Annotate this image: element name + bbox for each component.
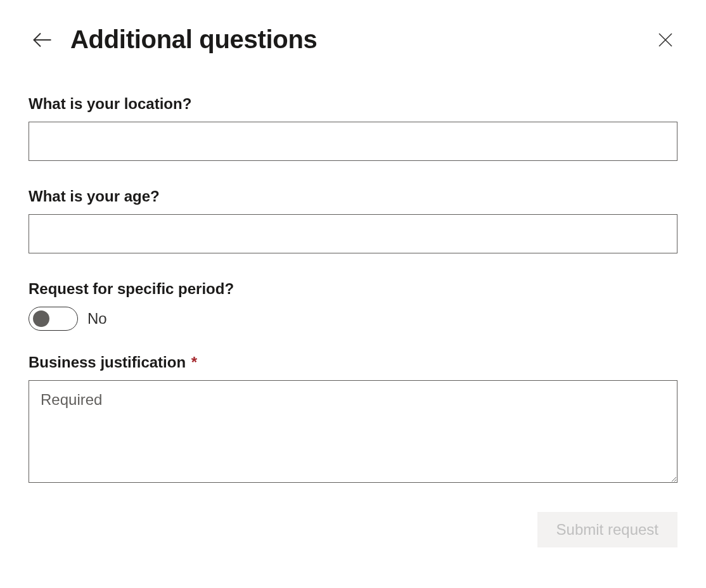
back-button[interactable]: [29, 26, 56, 54]
submit-button[interactable]: Submit request: [537, 512, 677, 547]
field-justification: Business justification *: [29, 354, 677, 485]
toggle-state-label: No: [87, 310, 107, 328]
close-button[interactable]: [653, 28, 677, 52]
label-justification-text: Business justification: [29, 354, 186, 371]
page-header: Additional questions: [29, 25, 677, 54]
page-title: Additional questions: [70, 25, 318, 54]
toggle-period[interactable]: [29, 307, 78, 331]
field-location: What is your location?: [29, 95, 677, 161]
required-indicator: *: [191, 354, 197, 371]
toggle-knob: [33, 310, 49, 327]
label-location: What is your location?: [29, 95, 677, 113]
toggle-row: No: [29, 307, 677, 331]
label-justification: Business justification *: [29, 354, 677, 371]
label-period: Request for specific period?: [29, 280, 677, 298]
actions-bar: Submit request: [29, 512, 677, 547]
header-left: Additional questions: [29, 25, 318, 54]
close-icon: [656, 30, 675, 49]
label-age: What is your age?: [29, 188, 677, 205]
input-age[interactable]: [29, 214, 677, 253]
arrow-left-icon: [31, 29, 54, 51]
input-justification[interactable]: [29, 380, 677, 483]
field-age: What is your age?: [29, 188, 677, 253]
field-period: Request for specific period? No: [29, 280, 677, 331]
input-location[interactable]: [29, 122, 677, 161]
